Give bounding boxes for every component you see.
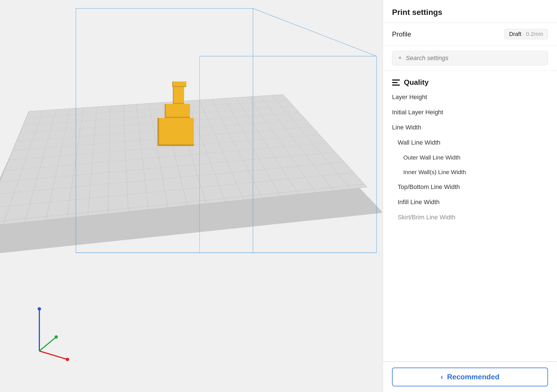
recommended-label: Recommended — [447, 373, 499, 381]
recommended-button[interactable]: ‹ Recommended — [392, 368, 548, 386]
setting-top-bottom-line-width[interactable]: Top/Bottom Line Width — [383, 179, 557, 195]
quality-section-header: Quality — [383, 73, 557, 90]
setting-layer-height[interactable]: Layer Height — [383, 90, 557, 105]
svg-point-9 — [38, 307, 41, 311]
quality-icon — [392, 79, 400, 86]
setting-line-width[interactable]: Line Width — [383, 120, 557, 135]
profile-size: · 0.2mm — [521, 31, 543, 37]
setting-skirt-brim-line-width[interactable]: Skirt/Brim Line Width — [383, 210, 557, 225]
profile-badge[interactable]: Draft · 0.2mm — [504, 29, 548, 39]
chevron-left-icon: ‹ — [441, 373, 443, 381]
setting-infill-line-width[interactable]: Infill Line Width — [383, 195, 557, 210]
svg-point-13 — [66, 358, 69, 361]
object-middle — [165, 104, 190, 118]
search-row: ⚬ — [383, 46, 557, 71]
3d-object — [157, 118, 194, 146]
search-input[interactable] — [406, 54, 543, 62]
setting-initial-layer-height[interactable]: Initial Layer Height — [383, 105, 557, 120]
svg-line-10 — [39, 337, 56, 351]
object-base — [157, 118, 194, 146]
setting-wall-line-width[interactable]: Wall Line Width — [383, 135, 557, 150]
object-top — [173, 87, 184, 104]
profile-row: Profile Draft · 0.2mm — [383, 23, 557, 46]
profile-draft: Draft — [509, 31, 521, 37]
search-icon: ⚬ — [397, 54, 402, 62]
setting-outer-wall-line-width[interactable]: Outer Wall Line Width — [383, 150, 557, 165]
search-box[interactable]: ⚬ — [392, 51, 548, 65]
profile-label: Profile — [392, 30, 504, 38]
quality-section-title: Quality — [404, 78, 429, 87]
settings-panel: Print settings Profile Draft · 0.2mm ⚬ Q… — [383, 0, 557, 392]
svg-line-12 — [39, 351, 67, 359]
panel-title: Print settings — [383, 0, 557, 23]
panel-footer: ‹ Recommended — [383, 361, 557, 392]
settings-list: Quality Layer Height Initial Layer Heigh… — [383, 71, 557, 361]
svg-point-11 — [55, 335, 58, 339]
setting-inner-wall-line-width[interactable]: Inner Wall(s) Line Width — [383, 165, 557, 179]
object-cap — [172, 81, 186, 87]
